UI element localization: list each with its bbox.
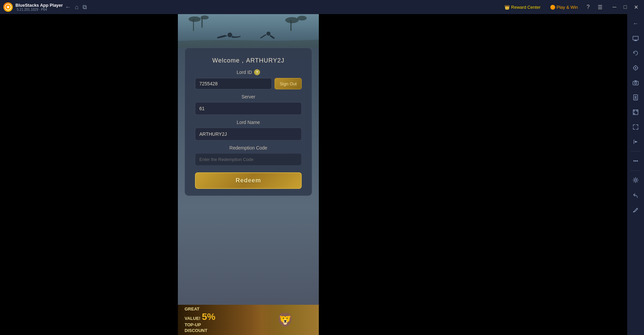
game-panel: Welcome，ARTHURY2J Lord ID ? Sign Out Ser… <box>178 14 319 335</box>
banner-value: VALUE! <box>185 316 200 321</box>
banner-discount: DISCOUNT <box>185 328 207 333</box>
sidebar-apk-icon[interactable] <box>629 91 642 104</box>
sidebar-back-icon[interactable]: ← <box>629 17 642 30</box>
title-bar: BlueStacks App Player 5.21.201.1029 · P6… <box>0 0 644 14</box>
play-win-label: Play & Win <box>557 5 578 10</box>
crown-icon: 👑 <box>504 5 510 10</box>
svg-point-9 <box>228 33 232 37</box>
svg-point-6 <box>285 17 299 23</box>
play-icon: 🟠 <box>550 5 555 10</box>
sidebar-edit-icon[interactable] <box>629 203 642 216</box>
nav-multi-button[interactable]: ⧉ <box>81 2 89 12</box>
sidebar-macro-icon[interactable] <box>629 135 642 149</box>
banner-great: GREAT <box>185 306 200 311</box>
svg-rect-13 <box>634 41 637 41</box>
nav-back-button[interactable]: ← <box>63 2 73 12</box>
reward-center-label: Reward Center <box>511 5 540 10</box>
svg-point-2 <box>189 16 201 22</box>
menu-button[interactable]: ☰ <box>596 3 604 12</box>
sidebar-more-icon[interactable]: ••• <box>629 154 642 168</box>
svg-point-10 <box>266 32 270 36</box>
reward-center-button[interactable]: 👑 Reward Center <box>502 3 543 11</box>
svg-point-7 <box>297 16 307 20</box>
left-panel <box>0 14 178 335</box>
lord-name-value: ARTHURY2J <box>195 128 302 140</box>
redemption-code-label: Redemption Code <box>195 145 302 151</box>
svg-rect-25 <box>633 110 638 115</box>
svg-point-21 <box>635 82 637 84</box>
banner-lion: 🦁 <box>252 305 319 335</box>
sidebar-camera-icon[interactable] <box>629 76 642 89</box>
right-sidebar: ← <box>627 14 644 335</box>
main-area: Welcome，ARTHURY2J Lord ID ? Sign Out Ser… <box>0 14 644 335</box>
banner-topup: TOP-UP <box>185 322 201 327</box>
svg-rect-8 <box>290 20 292 31</box>
sidebar-divider <box>631 151 641 152</box>
app-name: BlueStacks App Player <box>15 3 63 8</box>
sidebar-screenshot-icon[interactable] <box>629 106 642 119</box>
play-win-button[interactable]: 🟠 Play & Win <box>547 3 581 11</box>
game-header-bg <box>178 14 319 48</box>
close-button[interactable]: ✕ <box>631 2 641 12</box>
game-banner[interactable]: GREAT VALUE! 5% TOP-UP DISCOUNT 🦁 <box>178 305 319 335</box>
svg-rect-11 <box>633 36 638 40</box>
svg-point-15 <box>635 67 636 69</box>
right-game-panel <box>319 14 627 335</box>
app-version: 5.21.201.1029 · P64 <box>17 8 63 11</box>
banner-percent: 5% <box>202 311 215 322</box>
lord-id-label: Lord ID ? <box>195 69 302 75</box>
sign-out-button[interactable]: Sign Out <box>275 78 302 89</box>
svg-rect-4 <box>201 17 203 28</box>
redeem-button[interactable]: Redeem <box>195 172 302 189</box>
lord-id-row: Sign Out <box>195 78 302 89</box>
redemption-code-input[interactable] <box>195 153 302 166</box>
server-label: Server <box>195 94 302 99</box>
svg-rect-5 <box>193 19 194 31</box>
sidebar-resize-icon[interactable] <box>629 120 642 134</box>
sidebar-divider-2 <box>631 170 641 171</box>
sidebar-rotate-icon[interactable] <box>629 46 642 60</box>
lord-name-label: Lord Name <box>195 120 302 125</box>
dialog-card: Welcome，ARTHURY2J Lord ID ? Sign Out Ser… <box>185 48 312 196</box>
svg-rect-27 <box>637 110 638 111</box>
svg-rect-12 <box>635 40 637 41</box>
svg-rect-26 <box>633 110 635 111</box>
lord-id-input[interactable] <box>195 78 272 89</box>
help-button[interactable]: ? <box>585 3 592 11</box>
svg-rect-28 <box>633 113 635 115</box>
sidebar-display-icon[interactable] <box>629 32 642 45</box>
sidebar-undo-icon[interactable] <box>629 188 642 202</box>
sidebar-settings-icon[interactable] <box>629 173 642 187</box>
sidebar-location-icon[interactable] <box>629 61 642 75</box>
nav-home-button[interactable]: ⌂ <box>73 2 81 12</box>
banner-text: GREAT VALUE! 5% TOP-UP DISCOUNT <box>185 306 215 333</box>
server-value: 61 <box>195 102 302 115</box>
app-logo <box>3 2 13 12</box>
welcome-text: Welcome，ARTHURY2J <box>195 56 302 65</box>
minimize-button[interactable]: ─ <box>610 2 619 12</box>
maximize-button[interactable]: □ <box>621 2 630 12</box>
lord-id-help-icon[interactable]: ? <box>254 69 260 75</box>
svg-point-29 <box>635 179 637 181</box>
